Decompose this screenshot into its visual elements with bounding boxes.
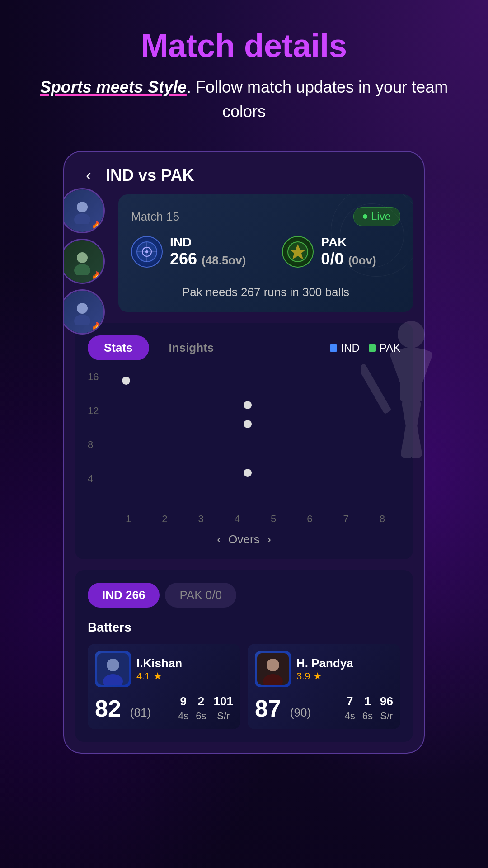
batter-2-avatar	[255, 651, 291, 687]
batter-1-runs: 82	[95, 695, 121, 722]
pak-name: PAK	[321, 235, 376, 250]
live-badge: Live	[353, 207, 400, 226]
page-title: Match details	[18, 27, 470, 64]
player-avatar-2: 🔥	[63, 239, 105, 284]
match-status: Pak needs 267 runs in 300 balls	[131, 285, 400, 299]
batter-1-name: I.Kishan	[136, 656, 182, 670]
batter-1-rating: 4.1 ★	[136, 670, 182, 682]
overs-label: Overs	[228, 533, 259, 547]
batter-card-2: H. Pandya 3.9 ★ 87 (90)	[248, 644, 400, 729]
back-button[interactable]: ‹	[79, 165, 99, 185]
svg-point-0	[77, 202, 88, 212]
insights-tab[interactable]: Insights	[153, 335, 230, 360]
batter-1-avatar	[95, 651, 131, 687]
subtitle-italic: Sports meets Style	[40, 78, 187, 96]
x-axis: 1 2 3 4 5 6 7 8	[110, 513, 400, 525]
innings-2-tab[interactable]: PAK 0/0	[165, 583, 236, 608]
overs-next-button[interactable]: ›	[267, 532, 271, 547]
chart-bars-container	[110, 371, 400, 507]
star-icon: ★	[153, 670, 162, 682]
ind-runs: 266 (48.5ov)	[170, 250, 246, 269]
y-axis: 16 12 8 4	[88, 371, 99, 507]
pak-runs: 0/0 (0ov)	[321, 250, 376, 269]
svg-point-17	[267, 659, 279, 671]
star-icon-2: ★	[313, 670, 322, 682]
ind-logo-icon	[131, 236, 163, 268]
svg-point-4	[77, 303, 88, 314]
subtitle-rest: . Follow match updates in your team colo…	[187, 78, 448, 121]
innings-tabs: IND 266 PAK 0/0	[88, 583, 400, 608]
ind-legend: IND	[330, 342, 359, 354]
innings-1-tab[interactable]: IND 266	[88, 583, 160, 608]
team-pak: PAK 0/0 (0ov)	[282, 235, 376, 269]
bar-chart: 16 12 8 4	[88, 371, 400, 525]
svg-point-1	[74, 213, 90, 224]
batter-1-stats: 9 4s 2 6s 101 S/r	[178, 694, 233, 722]
pak-overs: (0ov)	[348, 254, 376, 267]
match-title: IND vs PAK	[106, 166, 194, 185]
svg-point-14	[107, 659, 119, 671]
scorecard-section: IND 266 PAK 0/0 Batters	[75, 570, 413, 742]
live-dot-icon	[363, 214, 367, 219]
ind-legend-color	[330, 344, 337, 352]
phone-mockup: ‹ IND vs PAK 🔥	[63, 151, 425, 754]
player-avatar-3: 🔥	[63, 289, 105, 335]
pak-logo-icon	[282, 236, 314, 268]
player-avatar-1: 🔥	[63, 188, 105, 233]
pak-legend-color	[369, 344, 376, 352]
svg-point-2	[77, 252, 88, 263]
svg-point-5	[74, 315, 90, 326]
batter-1-balls: (81)	[130, 706, 151, 720]
team-ind: IND 266 (48.5ov)	[131, 235, 246, 269]
batters-header: Batters	[88, 620, 400, 635]
page-subtitle: Sports meets Style. Follow match updates…	[18, 75, 470, 124]
batters-grid: I.Kishan 4.1 ★ 82 (81)	[88, 644, 400, 729]
match-card: Match 15 Live	[118, 194, 413, 312]
pak-legend: PAK	[369, 342, 400, 354]
overs-nav: ‹ Overs ›	[88, 532, 400, 547]
batter-2-runs: 87	[255, 695, 281, 722]
overs-prev-button[interactable]: ‹	[217, 532, 221, 547]
batter-2-balls: (90)	[290, 706, 311, 720]
batter-2-rating: 3.9 ★	[296, 670, 353, 682]
batter-2-name: H. Pandya	[296, 656, 353, 670]
ind-name: IND	[170, 235, 246, 250]
match-header: ‹ IND vs PAK	[64, 152, 424, 194]
ind-overs: (48.5ov)	[202, 254, 246, 267]
batter-2-stats: 7 4s 1 6s 96 S/r	[345, 694, 393, 722]
svg-point-3	[74, 264, 90, 275]
stats-tab[interactable]: Stats	[88, 335, 149, 360]
stats-section: Stats Insights IND PAK	[75, 323, 413, 559]
match-number: Match 15	[131, 210, 179, 224]
chart-legend: IND PAK	[330, 342, 400, 354]
batter-card-1: I.Kishan 4.1 ★ 82 (81)	[88, 644, 240, 729]
